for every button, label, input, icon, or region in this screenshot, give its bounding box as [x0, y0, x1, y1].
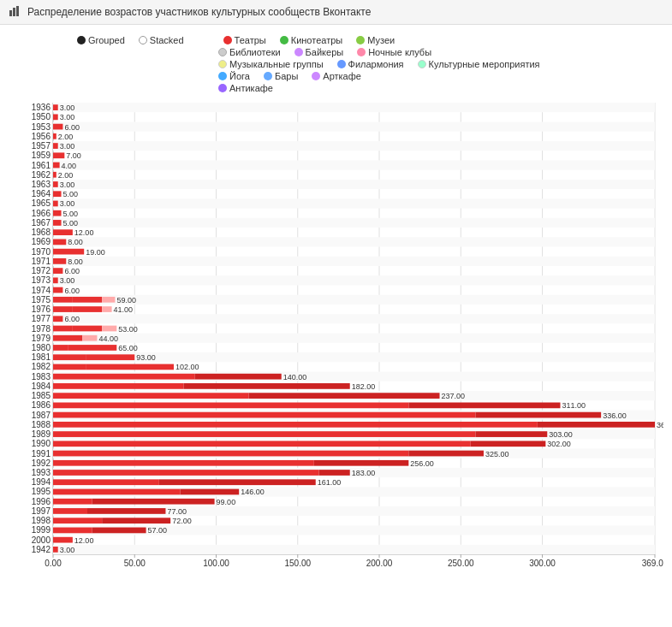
svg-text:3.00: 3.00 [60, 142, 75, 151]
svg-text:5.00: 5.00 [63, 219, 79, 228]
svg-rect-191 [102, 518, 170, 523]
svg-rect-48 [53, 198, 655, 208]
svg-rect-178 [181, 489, 240, 495]
svg-rect-190 [53, 518, 102, 523]
svg-rect-96 [53, 316, 62, 322]
svg-text:237.00: 237.00 [442, 392, 466, 400]
svg-text:1965: 1965 [32, 198, 51, 208]
svg-text:8.00: 8.00 [68, 238, 83, 246]
svg-text:19.00: 19.00 [86, 248, 105, 257]
svg-text:1994: 1994 [32, 477, 51, 487]
svg-text:1989: 1989 [32, 429, 51, 439]
svg-rect-159 [53, 451, 408, 457]
svg-text:3.00: 3.00 [60, 199, 75, 208]
svg-text:5.00: 5.00 [63, 210, 79, 218]
svg-text:65.00: 65.00 [118, 344, 138, 352]
svg-rect-69 [53, 257, 655, 266]
svg-rect-164 [314, 460, 408, 466]
svg-text:1980: 1980 [32, 343, 51, 352]
svg-text:369.00: 369.00 [657, 421, 663, 429]
svg-rect-196 [92, 528, 146, 534]
svg-rect-90 [53, 306, 73, 312]
svg-text:1995: 1995 [32, 487, 51, 496]
svg-rect-81 [53, 287, 62, 293]
svg-text:44.00: 44.00 [98, 334, 118, 343]
legend-filarmoniya: Филармония [337, 59, 404, 69]
svg-rect-74 [53, 268, 62, 274]
svg-text:4.00: 4.00 [62, 162, 77, 170]
svg-rect-151 [475, 431, 547, 437]
svg-rect-195 [53, 528, 92, 534]
svg-rect-187 [87, 508, 165, 514]
svg-text:250.00: 250.00 [448, 559, 474, 568]
svg-text:8.00: 8.00 [68, 257, 83, 266]
svg-text:102.00: 102.00 [175, 363, 199, 371]
svg-text:1986: 1986 [32, 400, 51, 410]
svg-rect-133 [249, 393, 440, 399]
svg-text:256.00: 256.00 [410, 459, 434, 468]
svg-text:1936: 1936 [32, 103, 51, 112]
legend-teatry: Театры [223, 35, 266, 45]
svg-text:1991: 1991 [32, 449, 51, 458]
legend-antikafe: Антикафе [218, 83, 273, 93]
svg-text:1990: 1990 [32, 439, 51, 448]
svg-rect-46 [53, 191, 62, 197]
svg-rect-50 [53, 201, 58, 207]
svg-text:1963: 1963 [32, 180, 51, 189]
legend-stacked: Stacked [139, 35, 184, 45]
svg-text:161.00: 161.00 [318, 478, 342, 487]
legend-artkafe: Арткафе [312, 71, 361, 81]
svg-rect-128 [183, 383, 349, 389]
svg-rect-142 [475, 412, 601, 418]
svg-text:336.00: 336.00 [603, 411, 627, 420]
svg-rect-201 [53, 545, 655, 554]
svg-rect-92 [102, 306, 111, 312]
svg-text:1982: 1982 [32, 362, 51, 371]
svg-text:0.00: 0.00 [45, 559, 62, 568]
svg-rect-186 [53, 508, 87, 514]
svg-text:6.00: 6.00 [64, 315, 80, 323]
svg-text:53.00: 53.00 [118, 325, 138, 334]
svg-rect-136 [53, 403, 408, 409]
svg-text:12.00: 12.00 [74, 536, 94, 545]
svg-rect-25 [53, 133, 56, 139]
svg-text:6.00: 6.00 [64, 267, 80, 275]
svg-text:1953: 1953 [32, 122, 51, 132]
svg-rect-39 [53, 172, 56, 178]
svg-text:1985: 1985 [32, 391, 51, 400]
svg-rect-109 [53, 345, 68, 351]
legend: Grouped Stacked Театры Кинотеатры Музеи [9, 32, 663, 98]
svg-rect-41 [53, 180, 655, 189]
legend-biblioteki: Библиотеки [218, 47, 281, 57]
svg-text:2000: 2000 [32, 535, 51, 545]
chart-svg: 19363.0019503.0019536.0019562.0019573.00… [9, 98, 663, 573]
svg-rect-99 [53, 326, 73, 332]
svg-text:150.00: 150.00 [284, 559, 311, 568]
svg-rect-132 [53, 393, 249, 399]
svg-rect-15 [53, 104, 58, 110]
svg-rect-60 [53, 229, 73, 235]
svg-rect-67 [53, 249, 84, 255]
svg-text:1998: 1998 [32, 516, 51, 525]
svg-rect-141 [53, 412, 475, 418]
svg-text:1975: 1975 [32, 295, 51, 305]
svg-rect-91 [73, 306, 102, 312]
svg-rect-18 [53, 114, 58, 120]
svg-rect-29 [53, 143, 58, 149]
svg-text:1978: 1978 [32, 324, 51, 334]
svg-text:3.00: 3.00 [60, 180, 75, 189]
svg-rect-137 [408, 403, 560, 409]
svg-rect-36 [53, 163, 60, 169]
svg-text:1961: 1961 [32, 161, 51, 170]
svg-rect-13 [53, 103, 655, 112]
svg-rect-76 [53, 275, 655, 285]
svg-text:200.00: 200.00 [366, 559, 393, 568]
svg-text:12.00: 12.00 [74, 228, 94, 237]
legend-muzykalnie: Музыкальные группы [218, 59, 324, 69]
svg-rect-150 [53, 431, 475, 437]
svg-rect-118 [53, 364, 86, 370]
svg-rect-163 [53, 460, 314, 466]
svg-rect-83 [53, 295, 655, 305]
svg-text:3.00: 3.00 [60, 276, 75, 285]
svg-rect-124 [195, 374, 282, 380]
